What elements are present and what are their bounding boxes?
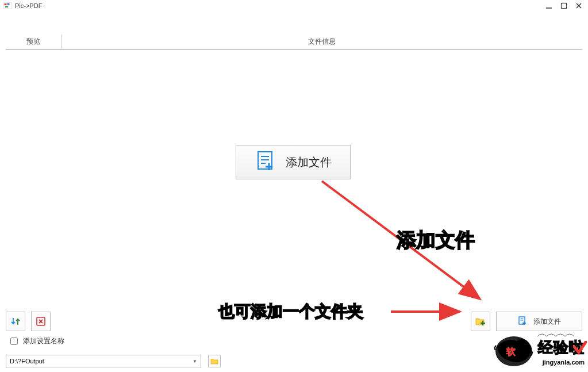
minimize-button[interactable] xyxy=(544,1,554,10)
output-path-value: D:\?FOutput xyxy=(10,358,44,365)
add-file-small-icon xyxy=(517,316,528,328)
svg-rect-2 xyxy=(7,3,10,5)
title-bar: Pic->PDF xyxy=(0,0,588,11)
close-button[interactable] xyxy=(574,1,583,10)
remove-button[interactable] xyxy=(31,312,51,331)
add-settings-name-checkbox[interactable] xyxy=(10,338,18,345)
add-folder-button[interactable] xyxy=(471,312,490,331)
add-file-button-label: 添加文件 xyxy=(533,317,561,327)
browse-folder-button[interactable] xyxy=(208,355,221,367)
app-icon xyxy=(3,2,11,9)
svg-rect-1 xyxy=(5,3,7,5)
checkbox-label: 添加设置名称 xyxy=(23,336,64,346)
chevron-down-icon: ▼ xyxy=(193,359,197,364)
add-file-doc-icon xyxy=(255,149,278,175)
output-path-row: D:\?FOutput ▼ xyxy=(6,355,582,367)
svg-rect-3 xyxy=(5,6,8,7)
add-file-button[interactable]: 添加文件 xyxy=(496,312,582,331)
window-controls xyxy=(544,1,583,10)
window-title: Pic->PDF xyxy=(15,2,42,9)
maximize-button[interactable] xyxy=(559,1,568,10)
bottom-area: 添加文件 添加设置名称 D:\?FOutput ▼ xyxy=(6,312,582,367)
output-path-dropdown[interactable]: D:\?FOutput ▼ xyxy=(6,355,201,367)
add-file-center-button[interactable]: 添加文件 xyxy=(236,145,351,179)
sort-button[interactable] xyxy=(6,312,25,331)
svg-rect-5 xyxy=(562,3,567,9)
add-file-center-label: 添加文件 xyxy=(286,155,332,170)
checkbox-row: 添加设置名称 xyxy=(8,336,582,347)
toolbar-row: 添加文件 xyxy=(6,312,582,331)
